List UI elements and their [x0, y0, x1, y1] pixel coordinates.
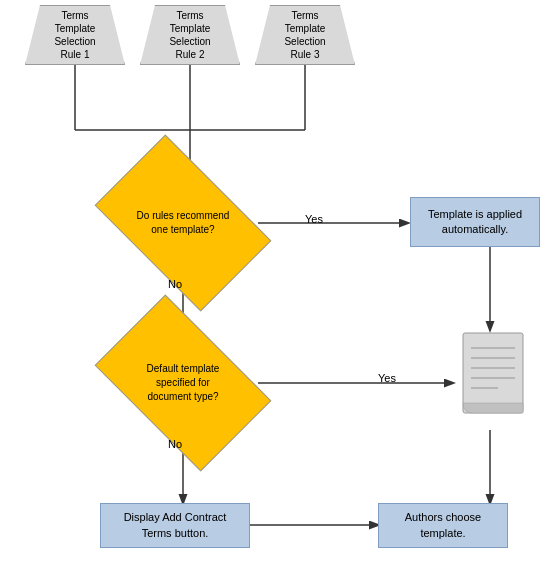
box-authors-choose: Authors choosetemplate.	[378, 503, 508, 548]
svg-rect-13	[463, 333, 523, 413]
trapezoid-rule2: Terms Template Selection Rule 2	[140, 5, 240, 65]
box-template-auto: Template is appliedautomatically.	[410, 197, 540, 247]
trapezoid-rule3: Terms Template Selection Rule 3	[255, 5, 355, 65]
connector-lines	[0, 0, 558, 563]
document-icon	[453, 328, 533, 428]
box-add-contract-terms: Display Add ContractTerms button.	[100, 503, 250, 548]
flowchart-diagram: Terms Template Selection Rule 1 Terms Te…	[0, 0, 558, 563]
no-label-2: No	[168, 438, 182, 450]
trapezoid-rule1: Terms Template Selection Rule 1	[25, 5, 125, 65]
no-label-1: No	[168, 278, 182, 290]
yes-label-2: Yes	[378, 372, 396, 384]
diamond2-label: Default templatespecified fordocument ty…	[108, 333, 258, 433]
diamond1-label: Do rules recommendone template?	[108, 173, 258, 273]
yes-label-1: Yes	[305, 213, 323, 225]
